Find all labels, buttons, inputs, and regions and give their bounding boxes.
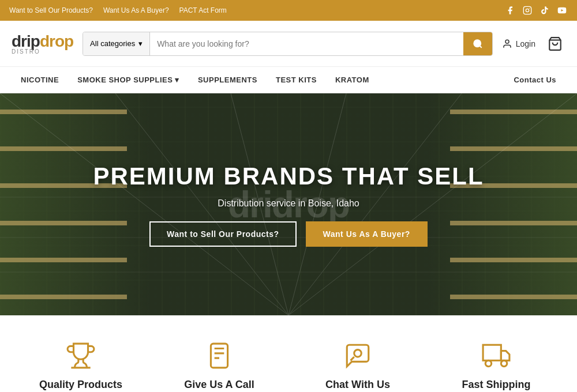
svg-point-18 (354, 350, 362, 357)
chat-icon (340, 338, 375, 373)
svg-rect-0 (523, 6, 531, 14)
svg-point-2 (529, 8, 530, 9)
sell-products-link[interactable]: Want to Sell Our Products? (9, 6, 93, 14)
svg-point-4 (474, 40, 481, 47)
svg-line-19 (351, 357, 354, 360)
nav-bar: NICOTINE SMOKE SHOP SUPPLIES ▾ SUPPLEMEN… (0, 67, 577, 93)
login-button[interactable]: Login (502, 39, 535, 49)
hero-buttons: Want to Sell Our Products? Want Us As A … (149, 221, 428, 247)
svg-point-22 (501, 360, 507, 366)
call-title: Give Us A Call (184, 379, 254, 391)
nav-test-kits[interactable]: TEST KITS (267, 67, 326, 93)
nav-supplements[interactable]: SUPPLEMENTS (189, 67, 267, 93)
search-input[interactable] (150, 32, 463, 55)
feature-chat: Chat With Us We offer chat support (288, 338, 427, 392)
login-label: Login (516, 39, 535, 48)
quality-title: Quality Products (39, 379, 122, 391)
facebook-icon[interactable] (504, 5, 516, 16)
cart-button[interactable] (545, 33, 565, 54)
buyer-link[interactable]: Want Us As A Buyer? (103, 6, 169, 14)
svg-rect-20 (483, 345, 501, 360)
youtube-icon[interactable] (556, 5, 568, 16)
top-bar: Want to Sell Our Products? Want Us As A … (0, 0, 577, 21)
nav-kratom[interactable]: KRATOM (326, 67, 379, 93)
svg-point-21 (485, 360, 491, 366)
hero-subtitle: Distribution service in Boise, Idaho (218, 198, 359, 209)
shipping-title: Fast Shipping (462, 379, 531, 391)
instagram-icon[interactable] (522, 5, 533, 16)
hero-title: PREMIUM BRANDS THAT SELL (93, 163, 484, 190)
top-bar-links: Want to Sell Our Products? Want Us As A … (9, 6, 227, 14)
feature-shipping: Fast Shipping Orders Shipped within 48hr… (427, 338, 565, 392)
search-bar: All categories ▾ (83, 32, 493, 56)
features-section: Quality Products High-quality products t… (0, 315, 577, 392)
nav-links: NICOTINE SMOKE SHOP SUPPLIES ▾ SUPPLEMEN… (12, 67, 504, 93)
social-links (504, 5, 568, 16)
contact-us-link[interactable]: Contact Us (504, 67, 565, 93)
nav-smoke-shop[interactable]: SMOKE SHOP SUPPLIES ▾ (68, 67, 189, 93)
header-actions: Login (502, 33, 565, 54)
header: dripdrop DISTRO All categories ▾ Login (0, 21, 577, 67)
category-dropdown[interactable]: All categories ▾ (83, 32, 150, 55)
svg-point-5 (505, 40, 509, 43)
chevron-down-icon: ▾ (175, 76, 179, 84)
logo-drip: drip (12, 32, 40, 50)
phone-icon (202, 338, 237, 373)
chevron-down-icon: ▾ (138, 39, 143, 48)
category-label: All categories (90, 39, 135, 48)
search-button[interactable] (463, 32, 492, 55)
svg-point-1 (526, 9, 529, 12)
tiktok-icon[interactable] (539, 5, 550, 16)
truck-icon (479, 338, 514, 373)
feature-quality: Quality Products High-quality products t… (12, 338, 150, 392)
sell-products-button[interactable]: Want to Sell Our Products? (149, 221, 297, 247)
nav-nicotine[interactable]: NICOTINE (12, 67, 68, 93)
pact-act-link[interactable]: PACT Act Form (179, 6, 227, 14)
logo[interactable]: dripdrop DISTRO (12, 32, 73, 55)
chat-title: Chat With Us (325, 379, 390, 391)
logo-drop: drop (40, 32, 73, 50)
trophy-icon (63, 338, 98, 373)
feature-call: Give Us A Call (800) 983-3326 (150, 338, 288, 392)
hero-content: PREMIUM BRANDS THAT SELL Distribution se… (0, 93, 577, 315)
hero-section: dridrop PREMIUM BRANDS THAT SELL Distrib… (0, 93, 577, 315)
buyer-button[interactable]: Want Us As A Buyer? (306, 221, 428, 247)
